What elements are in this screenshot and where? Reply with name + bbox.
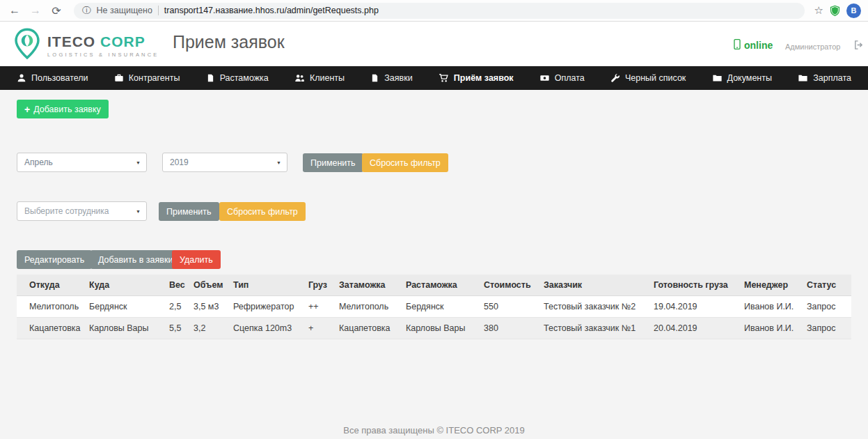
- column-header: Затаможка: [333, 275, 400, 296]
- table-cell: Мелитополь: [17, 296, 84, 318]
- logout-icon[interactable]: [853, 40, 864, 53]
- browser-toolbar: ← → ⟳ ⓘ Не защищено transport147.названи…: [0, 0, 868, 22]
- table-cell: Иванов И.И.: [739, 296, 801, 318]
- nav-item-8[interactable]: Документы: [712, 73, 772, 83]
- column-header: Менеджер: [739, 275, 801, 296]
- nav-item-label: Заявки: [384, 73, 412, 83]
- address-bar[interactable]: ⓘ Не защищено transport147.название.hhos…: [74, 3, 805, 19]
- brand-name-secondary: CORP: [100, 33, 145, 49]
- nav-item-0[interactable]: Пользователи: [17, 73, 88, 83]
- reload-icon[interactable]: ⟳: [49, 4, 64, 17]
- forward-icon[interactable]: →: [28, 4, 43, 17]
- column-header: Заказчик: [538, 275, 648, 296]
- phone-icon: [734, 39, 741, 52]
- wrench-icon: [610, 73, 620, 83]
- table-body: МелитопольБердянск2,53,5 м3Рефрижератор+…: [17, 296, 851, 339]
- year-select[interactable]: 2019 ▼: [162, 153, 287, 172]
- nav-item-label: Контрагенты: [129, 73, 180, 83]
- user-role-label[interactable]: Администратор: [785, 43, 840, 51]
- bookmark-star-icon[interactable]: ☆: [814, 4, 823, 17]
- logo[interactable]: ITECO CORP LOGISTICS & INSURANCE: [14, 28, 159, 63]
- table-row[interactable]: МелитопольБердянск2,53,5 м3Рефрижератор+…: [17, 296, 851, 318]
- document-icon: [206, 73, 215, 83]
- nav-item-6[interactable]: Оплата: [539, 73, 585, 83]
- column-header: Объем: [188, 275, 228, 296]
- main-nav: ПользователиКонтрагентыРастаможкаКлиенты…: [0, 66, 868, 90]
- nav-item-label: Оплата: [555, 73, 585, 83]
- nav-item-label: Документы: [727, 73, 772, 83]
- plus-icon: +: [24, 104, 30, 115]
- table-cell: 19.04.2019: [648, 296, 739, 318]
- table-cell: 3,2: [188, 318, 228, 339]
- table-cell: Тестовый заказчик №1: [538, 318, 648, 339]
- column-header: Растаможка: [400, 275, 478, 296]
- apply-employee-filter-button[interactable]: Применить: [159, 202, 219, 221]
- nav-item-2[interactable]: Растаможка: [206, 73, 269, 83]
- table-cell: Тестовый заказчик №2: [538, 296, 648, 318]
- table-cell: Рефрижератор: [228, 296, 303, 318]
- nav-item-label: Приём заявок: [454, 73, 514, 83]
- table-cell: Бердянск: [84, 296, 164, 318]
- nav-item-1[interactable]: Контрагенты: [114, 73, 180, 83]
- table-cell: Иванов И.И.: [739, 318, 801, 339]
- employee-select[interactable]: Выберите сотрудника ▼: [17, 201, 147, 221]
- site-header: ITECO CORP LOGISTICS & INSURANCE Прием з…: [0, 22, 868, 66]
- file-icon: [370, 73, 379, 83]
- address-separator: [158, 6, 159, 15]
- chevron-down-icon: ▼: [136, 209, 141, 214]
- page-title: Прием заявок: [173, 32, 285, 52]
- requests-table-wrap: ОткудаКудаВесОбъемТипГрузЗатаможкаРастам…: [17, 275, 851, 339]
- url-text: transport147.название.hhos.ru/admin/getR…: [164, 6, 379, 15]
- table-cell: Мелитополь: [333, 296, 400, 318]
- reset-date-filter-button[interactable]: Сбросить фильтр: [362, 153, 448, 172]
- nav-item-4[interactable]: Заявки: [370, 73, 412, 83]
- employee-select-placeholder: Выберите сотрудника: [24, 206, 109, 216]
- back-icon[interactable]: ←: [7, 4, 22, 17]
- table-cell: 3,5 м3: [188, 296, 228, 318]
- month-select[interactable]: Апрель ▼: [17, 153, 147, 172]
- year-select-value: 2019: [170, 157, 189, 167]
- nav-item-7[interactable]: Черный список: [610, 73, 686, 83]
- clients-icon: [294, 73, 305, 83]
- chevron-down-icon: ▼: [276, 160, 281, 165]
- table-cell: 380: [478, 318, 538, 339]
- apply-date-filter-button[interactable]: Применить: [303, 153, 363, 172]
- table-row[interactable]: КацапетовкаКарловы Вары5,53,2Сцепка 120m…: [17, 318, 851, 339]
- folder-icon: [712, 73, 723, 83]
- column-header: Куда: [84, 275, 164, 296]
- table-cell: Кацапетовка: [333, 318, 400, 339]
- nav-item-label: Зарплата: [813, 73, 851, 83]
- table-cell: Кацапетовка: [17, 318, 84, 339]
- table-cell: 550: [478, 296, 538, 318]
- table-cell: Бердянск: [400, 296, 478, 318]
- chevron-down-icon: ▼: [136, 160, 141, 165]
- nav-item-9[interactable]: Зарплата: [798, 73, 851, 83]
- edit-button[interactable]: Редактировать: [17, 250, 92, 269]
- brand-tagline: LOGISTICS & INSURANCE: [47, 52, 159, 58]
- shield-extension-icon[interactable]: [829, 5, 841, 17]
- user-icon: [17, 73, 26, 83]
- table-cell: 2,5: [164, 296, 188, 318]
- payment-icon: [539, 73, 550, 83]
- footer-copyright: Все права защищены © ITECO CORP 2019: [0, 425, 868, 436]
- column-header: Вес: [164, 275, 188, 296]
- table-cell: 20.04.2019: [648, 318, 739, 339]
- add-to-requests-button[interactable]: Добавить в заявки: [90, 250, 180, 269]
- nav-item-3[interactable]: Клиенты: [294, 73, 345, 83]
- delete-button[interactable]: Удалить: [172, 250, 221, 269]
- reset-employee-filter-button[interactable]: Сбросить фильтр: [219, 202, 306, 221]
- add-request-label: Добавить заявку: [33, 105, 101, 114]
- requests-table: ОткудаКудаВесОбъемТипГрузЗатаможкаРастам…: [17, 275, 851, 339]
- add-request-button[interactable]: + Добавить заявку: [17, 100, 109, 118]
- online-status: online: [734, 39, 773, 52]
- table-cell: Сцепка 120m3: [228, 318, 303, 339]
- security-label: Не защищено: [97, 6, 152, 15]
- info-icon[interactable]: ⓘ: [82, 5, 91, 17]
- table-cell: Запрос: [801, 296, 851, 318]
- table-cell: Карловы Вары: [400, 318, 478, 339]
- nav-item-label: Черный список: [625, 73, 686, 83]
- column-header: Груз: [303, 275, 333, 296]
- table-cell: ++: [303, 296, 333, 318]
- nav-item-5[interactable]: Приём заявок: [439, 73, 514, 83]
- profile-avatar[interactable]: В: [846, 3, 861, 18]
